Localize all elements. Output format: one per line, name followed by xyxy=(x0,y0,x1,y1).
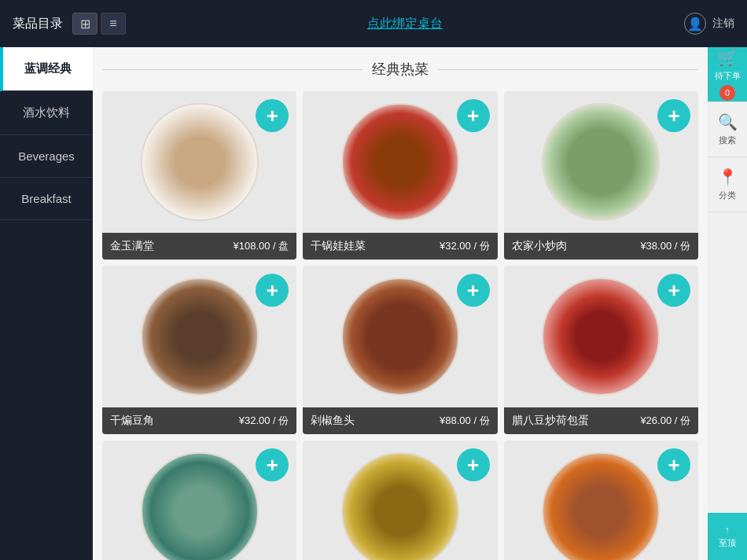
cancel-label: 注销 xyxy=(712,17,734,31)
cart-icon: 🛒 xyxy=(718,48,738,67)
menu-catalog-title: 菜品目录 xyxy=(13,16,63,32)
food-image-f3: + xyxy=(504,91,698,233)
sidebar: 蓝调经典酒水饮料BeveragesBreakfast xyxy=(0,47,93,560)
food-image-f7: + xyxy=(102,440,296,560)
food-name-f2: 干锅娃娃菜 xyxy=(311,239,366,253)
food-card-f5[interactable]: +剁椒鱼头¥88.00 / 份 xyxy=(303,266,497,434)
food-name-f3: 农家小炒肉 xyxy=(512,239,567,253)
back-to-top-button[interactable]: ↑ 至顶 xyxy=(708,513,747,560)
food-price-f5: ¥88.00 / 份 xyxy=(440,414,490,428)
food-image-f1: + xyxy=(102,91,296,233)
header: 菜品目录 ⊞ ≡ 点此绑定桌台 👤 注销 xyxy=(0,0,747,47)
header-left: 菜品目录 ⊞ ≡ xyxy=(13,13,126,35)
food-price-f3: ¥38.00 / 份 xyxy=(640,239,690,253)
food-image-f6: + xyxy=(504,266,698,407)
add-button-f4[interactable]: + xyxy=(256,274,289,307)
user-icon: 👤 xyxy=(684,13,706,35)
grid-view-button[interactable]: ⊞ xyxy=(72,13,98,35)
add-button-f6[interactable]: + xyxy=(657,274,690,307)
food-info-f1: 金玉满堂¥108.00 / 盘 xyxy=(102,233,296,260)
search-button[interactable]: 🔍 搜索 xyxy=(708,102,747,157)
add-button-f1[interactable]: + xyxy=(256,99,289,132)
food-name-f4: 干煸豆角 xyxy=(110,414,154,428)
food-name-f1: 金玉满堂 xyxy=(110,239,154,253)
food-image-f4: + xyxy=(102,266,296,407)
category-icon: 📍 xyxy=(718,168,738,186)
sidebar-item-beverages[interactable]: Beverages xyxy=(0,135,93,178)
food-card-f7[interactable]: +清炒时蔬¥28.00 / 份 xyxy=(102,440,296,560)
food-info-f5: 剁椒鱼头¥88.00 / 份 xyxy=(303,407,497,434)
back-top-label: 至顶 xyxy=(719,537,736,549)
add-button-f9[interactable]: + xyxy=(657,448,690,481)
bind-table-link[interactable]: 点此绑定桌台 xyxy=(367,16,443,32)
food-price-f1: ¥108.00 / 盘 xyxy=(234,239,289,253)
food-price-f2: ¥32.00 / 份 xyxy=(440,239,490,253)
category-button[interactable]: 📍 分类 xyxy=(708,157,747,212)
food-card-f2[interactable]: +干锅娃娃菜¥32.00 / 份 xyxy=(303,91,497,260)
food-card-f8[interactable]: +黄焖鸡¥45.00 / 份 xyxy=(303,440,497,560)
food-card-f4[interactable]: +干煸豆角¥32.00 / 份 xyxy=(102,266,296,434)
food-image-f5: + xyxy=(303,266,497,407)
food-image-f9: + xyxy=(504,440,698,560)
search-icon: 🔍 xyxy=(718,112,738,131)
cart-label: 待下单 xyxy=(715,70,741,82)
cancel-button[interactable]: 👤 注销 xyxy=(684,13,734,35)
grid-icon: ⊞ xyxy=(80,17,90,31)
add-button-f5[interactable]: + xyxy=(457,274,490,307)
food-card-f3[interactable]: +农家小炒肉¥38.00 / 份 xyxy=(504,91,698,260)
add-button-f7[interactable]: + xyxy=(256,448,289,481)
add-button-f8[interactable]: + xyxy=(457,448,490,481)
sidebar-item-breakfast[interactable]: Breakfast xyxy=(0,178,93,220)
food-info-f4: 干煸豆角¥32.00 / 份 xyxy=(102,407,296,434)
right-panel: 🛒 待下单 0 🔍 搜索 📍 分类 ↑ 至顶 xyxy=(708,47,747,560)
food-card-f6[interactable]: +腊八豆炒荷包蛋¥26.00 / 份 xyxy=(504,266,698,434)
food-card-f1[interactable]: +金玉满堂¥108.00 / 盘 xyxy=(102,91,296,260)
sidebar-item-landia-classic[interactable]: 蓝调经典 xyxy=(0,47,93,91)
food-price-f6: ¥26.00 / 份 xyxy=(640,414,690,428)
list-icon: ≡ xyxy=(109,17,116,31)
view-toggle: ⊞ ≡ xyxy=(72,13,126,35)
food-name-f6: 腊八豆炒荷包蛋 xyxy=(512,414,589,428)
food-image-f2: + xyxy=(303,91,497,233)
main-content: 蓝调经典酒水饮料BeveragesBreakfast 经典热菜 +金玉满堂¥10… xyxy=(0,47,747,560)
back-top-icon: ↑ xyxy=(725,525,730,534)
add-button-f3[interactable]: + xyxy=(657,99,690,132)
add-button-f2[interactable]: + xyxy=(457,99,490,132)
content-area: 经典热菜 +金玉满堂¥108.00 / 盘+干锅娃娃菜¥32.00 / 份+农家… xyxy=(93,47,708,560)
food-info-f6: 腊八豆炒荷包蛋¥26.00 / 份 xyxy=(504,407,698,434)
category-label: 分类 xyxy=(719,190,736,201)
food-info-f3: 农家小炒肉¥38.00 / 份 xyxy=(504,233,698,260)
sidebar-item-drinks[interactable]: 酒水饮料 xyxy=(0,91,93,135)
food-card-f9[interactable]: +红烧肉¥58.00 / 份 xyxy=(504,440,698,560)
food-grid: +金玉满堂¥108.00 / 盘+干锅娃娃菜¥32.00 / 份+农家小炒肉¥3… xyxy=(102,91,698,560)
food-image-f8: + xyxy=(303,440,497,560)
food-info-f2: 干锅娃娃菜¥32.00 / 份 xyxy=(303,233,497,260)
section-title: 经典热菜 xyxy=(102,60,698,79)
food-price-f4: ¥32.00 / 份 xyxy=(239,414,289,428)
search-label: 搜索 xyxy=(719,134,736,146)
list-view-button[interactable]: ≡ xyxy=(101,13,126,35)
cart-button[interactable]: 🛒 待下单 0 xyxy=(708,47,747,102)
cart-badge: 0 xyxy=(719,85,735,101)
food-name-f5: 剁椒鱼头 xyxy=(311,414,355,428)
